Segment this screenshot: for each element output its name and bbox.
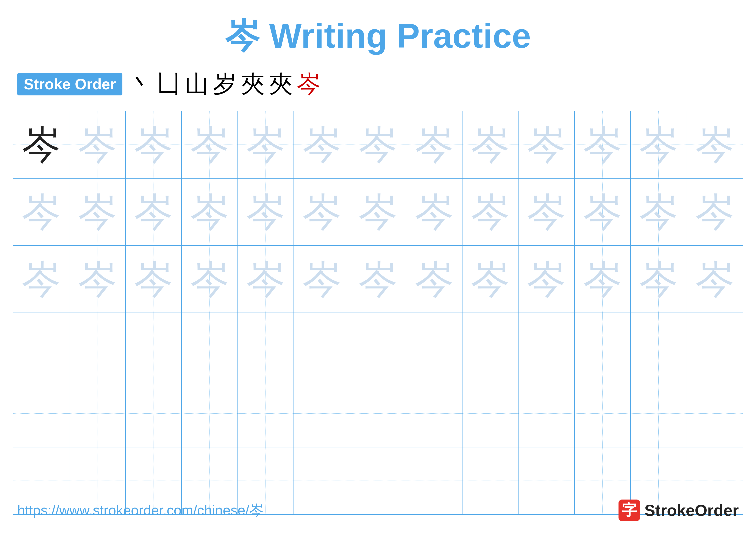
grid-row[interactable]: 岑岑岑岑岑岑岑岑岑岑岑岑岑 — [14, 246, 742, 313]
grid-cell[interactable] — [519, 313, 575, 380]
grid-cell[interactable]: 岑 — [238, 179, 294, 245]
logo-icon-box: 字 — [618, 499, 640, 521]
grid-cell[interactable]: 岑 — [182, 111, 238, 178]
grid-cell[interactable] — [126, 380, 182, 447]
character-faint: 岑 — [471, 192, 510, 231]
grid-row[interactable]: 岑岑岑岑岑岑岑岑岑岑岑岑岑 — [14, 111, 742, 179]
logo-text: StrokeOrder — [644, 501, 739, 520]
grid-cell[interactable]: 岑 — [126, 179, 182, 245]
grid-cell[interactable]: 岑 — [463, 111, 519, 178]
grid-cell[interactable]: 岑 — [687, 179, 742, 245]
grid-cell[interactable] — [631, 313, 687, 380]
grid-cell[interactable]: 岑 — [182, 246, 238, 313]
grid-cell[interactable]: 岑 — [14, 111, 69, 178]
grid-cell[interactable] — [519, 380, 575, 447]
character-faint: 岑 — [639, 260, 678, 298]
grid-cell[interactable]: 岑 — [238, 246, 294, 313]
grid-cell[interactable]: 岑 — [350, 246, 406, 313]
stroke-sequence: 丶 凵 山 岁 夾 夾 岑 — [129, 68, 321, 100]
page-title: 岑 Writing Practice — [0, 0, 756, 60]
grid-cell[interactable]: 岑 — [631, 179, 687, 245]
grid-cell[interactable] — [406, 313, 462, 380]
character-faint: 岑 — [527, 260, 566, 298]
grid-cell[interactable] — [687, 380, 742, 447]
character-faint: 岑 — [134, 192, 173, 231]
grid-cell[interactable]: 岑 — [69, 111, 125, 178]
character-faint: 岑 — [246, 125, 285, 164]
grid-cell[interactable]: 岑 — [14, 246, 69, 313]
character-faint: 岑 — [527, 125, 566, 164]
character-faint: 岑 — [359, 125, 397, 164]
character-faint: 岑 — [190, 260, 229, 298]
grid-cell[interactable] — [350, 380, 406, 447]
character-faint: 岑 — [415, 192, 454, 231]
character-faint: 岑 — [22, 260, 61, 298]
stroke-4: 岁 — [213, 68, 237, 100]
stroke-order-section: Stroke Order 丶 凵 山 岁 夾 夾 岑 — [0, 68, 756, 100]
grid-cell[interactable] — [406, 380, 462, 447]
stroke-5: 夾 — [241, 68, 265, 100]
grid-cell[interactable] — [294, 313, 350, 380]
grid-cell[interactable]: 岑 — [519, 179, 575, 245]
grid-cell[interactable] — [575, 380, 631, 447]
grid-cell[interactable]: 岑 — [182, 179, 238, 245]
grid-row[interactable]: 岑岑岑岑岑岑岑岑岑岑岑岑岑 — [14, 179, 742, 246]
grid-cell[interactable]: 岑 — [126, 246, 182, 313]
grid-cell[interactable]: 岑 — [519, 246, 575, 313]
grid-cell[interactable] — [69, 313, 125, 380]
grid-cell[interactable]: 岑 — [519, 111, 575, 178]
footer-url[interactable]: https://www.strokeorder.com/chinese/岑 — [17, 501, 263, 520]
grid-cell[interactable]: 岑 — [69, 179, 125, 245]
grid-cell[interactable]: 岑 — [294, 246, 350, 313]
stroke-2: 凵 — [157, 68, 180, 100]
grid-cell[interactable] — [238, 380, 294, 447]
grid-cell[interactable] — [631, 380, 687, 447]
grid-cell[interactable]: 岑 — [631, 111, 687, 178]
grid-cell[interactable] — [687, 313, 742, 380]
grid-cell[interactable]: 岑 — [14, 179, 69, 245]
grid-cell[interactable]: 岑 — [631, 246, 687, 313]
grid-cell[interactable] — [126, 313, 182, 380]
grid-cell[interactable] — [182, 380, 238, 447]
grid-row[interactable] — [14, 313, 742, 380]
grid-cell[interactable] — [14, 380, 69, 447]
grid-cell[interactable] — [14, 313, 69, 380]
grid-cell[interactable]: 岑 — [126, 111, 182, 178]
character-faint: 岑 — [303, 260, 341, 298]
grid-cell[interactable] — [294, 380, 350, 447]
grid-cell[interactable] — [463, 313, 519, 380]
character-faint: 岑 — [22, 192, 61, 231]
grid-cell[interactable]: 岑 — [350, 111, 406, 178]
grid-cell[interactable]: 岑 — [406, 111, 462, 178]
character-solid: 岑 — [22, 125, 61, 164]
grid-cell[interactable] — [238, 313, 294, 380]
grid-cell[interactable]: 岑 — [463, 246, 519, 313]
grid-cell[interactable]: 岑 — [575, 111, 631, 178]
grid-cell[interactable] — [463, 380, 519, 447]
character-faint: 岑 — [471, 260, 510, 298]
grid-cell[interactable] — [69, 380, 125, 447]
grid-cell[interactable]: 岑 — [575, 179, 631, 245]
character-faint: 岑 — [583, 125, 622, 164]
stroke-order-badge: Stroke Order — [17, 73, 122, 95]
grid-cell[interactable]: 岑 — [687, 246, 742, 313]
character-faint: 岑 — [190, 125, 229, 164]
grid-cell[interactable]: 岑 — [69, 246, 125, 313]
grid-cell[interactable] — [182, 313, 238, 380]
grid-cell[interactable]: 岑 — [294, 179, 350, 245]
grid-cell[interactable]: 岑 — [406, 246, 462, 313]
grid-cell[interactable]: 岑 — [406, 179, 462, 245]
character-faint: 岑 — [303, 125, 341, 164]
grid-cell[interactable] — [575, 313, 631, 380]
grid-cell[interactable]: 岑 — [463, 179, 519, 245]
grid-cell[interactable]: 岑 — [238, 111, 294, 178]
grid-cell[interactable] — [350, 313, 406, 380]
grid-cell[interactable]: 岑 — [575, 246, 631, 313]
character-faint: 岑 — [78, 192, 117, 231]
character-faint: 岑 — [639, 125, 678, 164]
grid-row[interactable] — [14, 380, 742, 447]
grid-cell[interactable]: 岑 — [350, 179, 406, 245]
grid-cell[interactable]: 岑 — [687, 111, 742, 178]
grid-cell[interactable]: 岑 — [294, 111, 350, 178]
character-faint: 岑 — [695, 260, 734, 298]
